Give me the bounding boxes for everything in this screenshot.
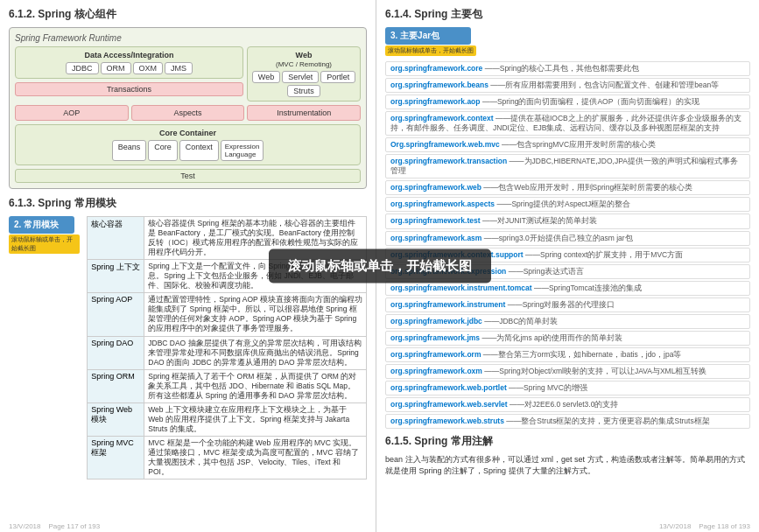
module-desc-4: Spring 框架插入了若干个 ORM 框架，从而提供了 ORM 的对象关系工具… — [144, 369, 367, 402]
core-item-core: Core — [148, 140, 178, 161]
common-module-badge: 2. 常用模块 — [9, 216, 74, 234]
item-desc-11: ——Spring表达式语言 — [509, 267, 585, 276]
section-615-title: 6.1.5. Spring 常用注解 — [385, 434, 750, 449]
page-container: 6.1.2. Spring 核心组件 Spring Framework Runt… — [0, 0, 759, 532]
right-list-item-6: org.springframework.web ——包含Web应用开发时，用到S… — [385, 180, 750, 195]
web-title: Web(MVC / Remoting) — [251, 51, 356, 68]
module-row-2: Spring AOP 通过配置管理特性，Spring AOP 模块直接将面向方面… — [88, 293, 367, 336]
module-desc-2: 通过配置管理特性，Spring AOP 模块直接将面向方面的编程功能集成到了 S… — [144, 293, 367, 336]
section-613-title: 6.1.3. Spring 常用模块 — [9, 196, 367, 211]
right-list-item-4: Org.springframework.web.mvc ——包含springMV… — [385, 137, 750, 152]
item-name-12: org.springframework.instrument.tomcat — [390, 284, 532, 292]
right-list-item-16: org.springframework.orm ——整合第三方orm实现，如hi… — [385, 347, 750, 362]
core-box: Core Container Beans Core Context Expres… — [15, 124, 361, 165]
right-diagram-area: 3. 主要Jar包 滚动鼠标轴或单击，开始截长图 — [385, 27, 750, 56]
item-name-16: org.springframework.orm — [390, 350, 481, 359]
item-desc-20: ——整合Struts框架的支持，更方便更容易的集成Struts框架 — [506, 416, 709, 425]
mid-aop: AOP — [15, 105, 129, 121]
module-row-4: Spring ORM Spring 框架插入了若干个 ORM 框架，从而提供了 … — [88, 369, 367, 402]
web-box: Web(MVC / Remoting) Web Servlet Portlet … — [247, 46, 361, 102]
right-list-item-2: org.springframework.aop ——Spring的面向切面编程，… — [385, 94, 750, 109]
right-list-item-14: org.springframework.jdbc ——JDBC的简单封装 — [385, 314, 750, 329]
page-footer: 13/V/2018 Page 117 of 193 13/V/2018 Page… — [0, 522, 759, 530]
item-name-9: org.springframework.asm — [390, 234, 481, 242]
da-item-orm: ORM — [101, 62, 131, 74]
footer-right-page: Page 118 of 193 — [699, 522, 750, 530]
item-name-15: org.springframework.jms — [390, 333, 480, 342]
item-desc-14: ——JDBC的简单封装 — [484, 317, 558, 326]
right-list-item-15: org.springframework.jms ——为简化jms api的使用而… — [385, 331, 750, 346]
core-items: Beans Core Context ExpressionLanguage — [19, 140, 356, 161]
module-desc-6: MVC 框架是一个全功能的构建 Web 应用程序的 MVC 实现。通过策略接口，… — [144, 436, 367, 479]
item-name-7: org.springframework.aspects — [390, 200, 495, 208]
section-613: 6.1.3. Spring 常用模块 2. 常用模块 滚动鼠标轴或单击，开始截长… — [9, 196, 367, 480]
web-item-struts: Struts — [287, 85, 320, 97]
item-desc-10: ——Spring context的扩展支持，用于MVC方面 — [525, 250, 683, 259]
jar-badge-sub: 滚动鼠标轴或单击，开始截长图 — [385, 46, 476, 56]
module-label-6: Spring MVC 框架 — [88, 436, 144, 479]
middle-row: AOP Aspects Instrumentation — [15, 105, 361, 121]
item-name-6: org.springframework.web — [390, 183, 481, 192]
item-desc-18: ——Spring MVC的增强 — [509, 383, 587, 392]
item-name-20: org.springframework.web.struts — [390, 416, 504, 425]
item-name-5: org.springframework.transaction — [390, 157, 507, 165]
item-name-11: org.springframework.expression — [390, 267, 506, 276]
section-612-title: 6.1.2. Spring 核心组件 — [9, 7, 367, 22]
right-list-item-10: org.springframework.context.support ——Sp… — [385, 248, 750, 262]
module-label-5: Spring Web 模块 — [88, 402, 144, 436]
item-name-3: org.springframework.context — [390, 114, 494, 122]
section-614-title: 6.1.4. Spring 主要包 — [385, 7, 750, 22]
item-name-0: org.springframework.core — [390, 64, 482, 73]
right-list-item-1: org.springframework.beans ——所有应用都需要用到，包含… — [385, 78, 750, 93]
left-bottom: 2. 常用模块 滚动鼠标轴或单击，开始截长图 核心容器 核心容器提供 Sprin… — [9, 216, 367, 480]
item-desc-4: ——包含springMVC应用开发时所需的核心类 — [502, 140, 656, 149]
right-list-item-20: org.springframework.web.struts ——整合Strut… — [385, 414, 750, 429]
module-table: 核心容器 核心容器提供 Spring 框架的基本功能，核心容器的主要组件是 Be… — [87, 216, 367, 480]
module-row-3: Spring DAO JDBC DAO 抽象层提供了有意义的异常层次结构，可用该… — [88, 336, 367, 369]
footer-left: 13/V/2018 Page 117 of 193 — [9, 522, 100, 530]
item-name-1: org.springframework.beans — [390, 80, 488, 89]
module-desc-0: 核心容器提供 Spring 框架的基本功能，核心容器的主要组件是 BeanFac… — [144, 217, 367, 260]
core-title: Core Container — [19, 129, 356, 137]
item-desc-12: ——SpringTomcat连接池的集成 — [534, 284, 642, 292]
test-bar: Test — [15, 169, 361, 183]
module-desc-5: Web 上下文模块建立在应用程序上下文模块之上，为基于 Web 的应用程序提供了… — [144, 402, 367, 436]
module-row-1: Spring 上下文 Spring 上下文是一个配置文件，向 Spring 框架… — [88, 260, 367, 293]
core-item-beans: Beans — [112, 140, 147, 161]
module-row-0: 核心容器 核心容器提供 Spring 框架的基本功能，核心容器的主要组件是 Be… — [88, 217, 367, 260]
right-list-item-19: org.springframework.web.servlet ——对J2EE6… — [385, 397, 750, 412]
module-label-3: Spring DAO — [88, 336, 144, 369]
module-label-4: Spring ORM — [88, 369, 144, 402]
item-desc-6: ——包含Web应用开发时，用到Spring框架时所需要的核心类 — [483, 183, 692, 192]
core-item-context: Context — [179, 140, 219, 161]
item-name-19: org.springframework.web.servlet — [390, 400, 508, 409]
right-list-item-12: org.springframework.instrument.tomcat ——… — [385, 281, 750, 296]
transactions-bar: Transactions — [15, 82, 243, 96]
spring-diagram: Spring Framework Runtime Data Access/Int… — [9, 27, 367, 189]
left-panel: 6.1.2. Spring 核心组件 Spring Framework Runt… — [0, 0, 376, 532]
footer-left-date: 13/V/2018 — [9, 522, 40, 530]
module-row-5: Spring Web 模块 Web 上下文模块建立在应用程序上下文模块之上，为基… — [88, 402, 367, 436]
core-item-expression: ExpressionLanguage — [221, 140, 264, 161]
footer-left-page: Page 117 of 193 — [48, 522, 100, 530]
item-desc-8: ——对JUNIT测试框架的简单封装 — [482, 216, 597, 225]
da-item-oxm: OXM — [133, 62, 164, 74]
diagram-title: Spring Framework Runtime — [15, 33, 361, 43]
footer-right-date: 13/V/2018 — [659, 522, 691, 530]
item-desc-19: ——对J2EE6.0 servlet3.0的支持 — [510, 400, 618, 409]
right-list-item-18: org.springframework.web.portlet ——Spring… — [385, 381, 750, 396]
item-name-18: org.springframework.web.portlet — [390, 383, 507, 392]
footer-right: 13/V/2018 Page 118 of 193 — [659, 522, 750, 530]
right-list-item-9: org.springframework.asm ——spring3.0开始提供自… — [385, 231, 750, 246]
item-name-13: org.springframework.instrument — [390, 300, 505, 309]
mid-instrumentation: Instrumentation — [247, 105, 361, 121]
right-list-item-0: org.springframework.core ——Spring的核心工具包，… — [385, 61, 750, 76]
item-desc-15: ——为简化jms api的使用而作的简单封装 — [481, 333, 622, 342]
item-desc-13: ——Spring对服务器的代理接口 — [508, 300, 615, 309]
item-name-2: org.springframework.aop — [390, 97, 481, 106]
right-list-item-17: org.springframework.oxm ——Spring对Object/… — [385, 364, 750, 379]
item-name-10: org.springframework.context.support — [390, 250, 524, 259]
mid-aspects: Aspects — [131, 105, 245, 121]
item-name-17: org.springframework.oxm — [390, 367, 482, 375]
item-name-14: org.springframework.jdbc — [390, 317, 482, 326]
